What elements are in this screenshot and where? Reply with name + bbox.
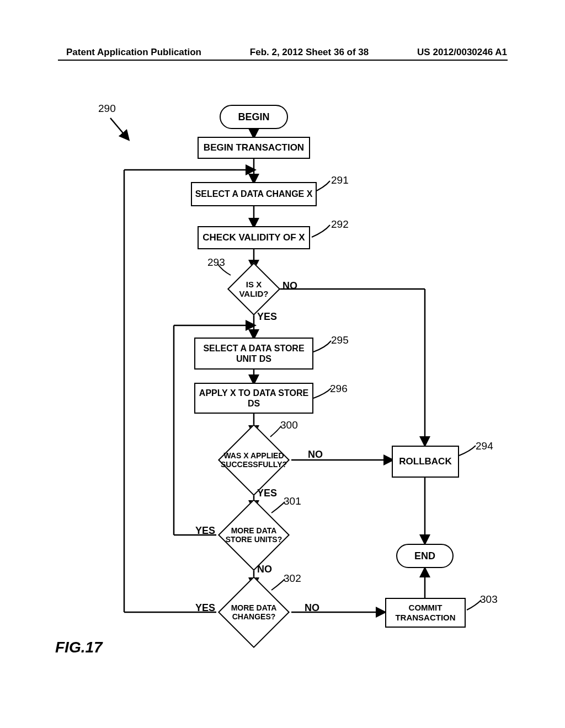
rollback-text: ROLLBACK	[399, 456, 451, 467]
ref-flowchart: 290	[98, 103, 116, 115]
header-center: Feb. 2, 2012 Sheet 36 of 38	[250, 47, 369, 58]
select-ds-text: SELECT A DATA STORE UNIT DS	[203, 343, 304, 364]
edge-morech-yes: YES	[195, 602, 215, 614]
node-check-validity: CHECK VALIDITY OF X	[198, 226, 310, 249]
node-begin-tx: BEGIN TRANSACTION	[198, 137, 310, 159]
node-more-changes: MORE DATA CHANGES?	[228, 587, 279, 638]
node-more-ds: MORE DATA STORE UNITS?	[228, 510, 279, 560]
edge-moreds-no: NO	[257, 564, 272, 575]
commit-text: COMMIT TRANSACTION	[395, 603, 455, 623]
ref-300: 300	[280, 419, 298, 431]
select-change-text: SELECT A DATA CHANGE X	[195, 189, 313, 199]
node-applied-ok: WAS X APPLIED SUCCESSFULLY?	[228, 435, 279, 485]
applied-ok-text: WAS X APPLIED SUCCESSFULLY?	[221, 451, 287, 469]
header-rule	[58, 60, 508, 61]
ref-303: 303	[480, 593, 498, 606]
node-rollback: ROLLBACK	[392, 446, 459, 478]
ref-295: 295	[331, 334, 349, 346]
ref-301: 301	[284, 495, 301, 507]
ref-292: 292	[331, 218, 349, 231]
node-select-ds: SELECT A DATA STORE UNIT DS	[194, 338, 313, 370]
ref-302: 302	[284, 572, 301, 585]
node-apply: APPLY X TO DATA STORE DS	[194, 383, 313, 414]
check-validity-text: CHECK VALIDITY OF X	[202, 232, 305, 243]
begin-tx-text: BEGIN TRANSACTION	[204, 142, 304, 153]
edge-applied-yes: YES	[257, 488, 277, 499]
begin-text: BEGIN	[238, 111, 269, 123]
node-end: END	[396, 544, 454, 568]
edge-isvalid-no: NO	[282, 280, 297, 292]
edge-morech-no: NO	[305, 602, 319, 614]
svg-line-21	[110, 118, 128, 139]
end-text: END	[414, 550, 435, 562]
apply-text: APPLY X TO DATA STORE DS	[199, 388, 308, 409]
node-commit: COMMIT TRANSACTION	[385, 598, 466, 628]
node-begin: BEGIN	[220, 105, 288, 129]
node-is-valid: IS X VALID?	[235, 270, 273, 308]
edge-moreds-yes: YES	[195, 525, 215, 537]
is-valid-text: IS X VALID?	[239, 280, 268, 298]
flowchart: 290 BEGIN BEGIN TRANSACTION SELECT A DAT…	[0, 105, 565, 656]
figure-label: FIG.17	[55, 639, 103, 656]
ref-294: 294	[476, 440, 493, 452]
node-select-change: SELECT A DATA CHANGE X	[191, 182, 317, 206]
edge-isvalid-yes: YES	[257, 311, 277, 323]
more-changes-text: MORE DATA CHANGES?	[231, 603, 277, 621]
edge-applied-no: NO	[308, 449, 323, 461]
ref-293: 293	[207, 256, 225, 269]
header-left: Patent Application Publication	[66, 47, 201, 58]
more-ds-text: MORE DATA STORE UNITS?	[226, 526, 282, 544]
header-right: US 2012/0030246 A1	[417, 47, 507, 58]
ref-296: 296	[330, 383, 348, 395]
ref-291: 291	[331, 174, 349, 186]
